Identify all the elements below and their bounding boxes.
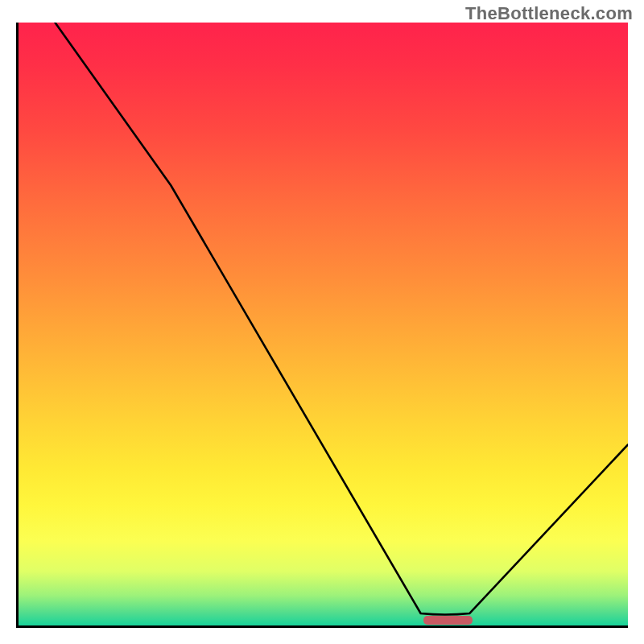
chart-container <box>16 23 628 628</box>
watermark-text: TheBottleneck.com <box>465 3 633 24</box>
bottleneck-curve <box>19 23 628 625</box>
optimal-range-marker <box>423 616 473 625</box>
